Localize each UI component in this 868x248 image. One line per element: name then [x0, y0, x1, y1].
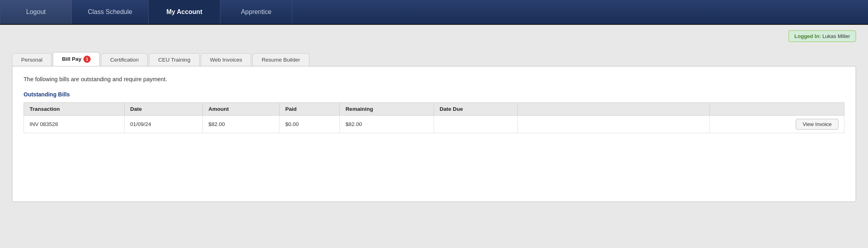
cell-transaction: INV 083528: [24, 116, 125, 133]
outstanding-title: Outstanding Bills: [24, 91, 844, 98]
tab-ceu-training[interactable]: CEU Training: [149, 53, 199, 66]
col-header-date-due: Date Due: [434, 103, 518, 116]
cell-paid: $0.00: [279, 116, 340, 133]
col-header-remaining: Remaining: [340, 103, 434, 116]
tab-resume-builder[interactable]: Resume Builder: [252, 53, 309, 66]
logged-in-username: Lukas Miller: [822, 33, 850, 39]
sub-tabs: Personal Bill Pay1 Certification CEU Tra…: [12, 52, 856, 66]
cell-remaining: $82.00: [340, 116, 434, 133]
logged-in-label: Logged In:: [795, 33, 821, 39]
bill-pay-badge: 1: [83, 56, 91, 63]
cell-action: View Invoice: [710, 116, 844, 133]
nav-item-logout[interactable]: Logout: [0, 0, 72, 24]
tab-personal[interactable]: Personal: [12, 53, 52, 66]
tab-web-invoices[interactable]: Web Invoices: [201, 53, 252, 66]
outstanding-message: The following bills are outstanding and …: [24, 76, 844, 82]
col-header-transaction: Transaction: [24, 103, 125, 116]
col-header-paid: Paid: [279, 103, 340, 116]
col-header-amount: Amount: [203, 103, 279, 116]
view-invoice-button[interactable]: View Invoice: [796, 119, 838, 130]
cell-date-due: [434, 116, 518, 133]
bills-table: Transaction Date Amount Paid Remaining D…: [24, 102, 844, 133]
tab-panel-bill-pay: The following bills are outstanding and …: [12, 66, 856, 202]
tab-bill-pay[interactable]: Bill Pay1: [53, 52, 100, 66]
tab-bill-pay-label: Bill Pay: [62, 56, 81, 62]
nav-item-class-schedule[interactable]: Class Schedule: [72, 0, 149, 24]
logged-in-badge: Logged In: Lukas Miller: [789, 30, 856, 42]
col-header-date: Date: [124, 103, 202, 116]
col-header-empty2: [710, 103, 844, 116]
cell-spacer: [518, 116, 710, 133]
content-area: Logged In: Lukas Miller Personal Bill Pa…: [0, 25, 868, 248]
nav-item-my-account[interactable]: My Account: [149, 0, 220, 24]
table-row: INV 083528 01/09/24 $82.00 $0.00 $82.00 …: [24, 116, 844, 133]
top-nav: Logout Class Schedule My Account Apprent…: [0, 0, 868, 25]
cell-date: 01/09/24: [124, 116, 202, 133]
cell-amount: $82.00: [203, 116, 279, 133]
tab-certification[interactable]: Certification: [101, 53, 148, 66]
col-header-empty1: [518, 103, 710, 116]
nav-item-apprentice[interactable]: Apprentice: [220, 0, 292, 24]
